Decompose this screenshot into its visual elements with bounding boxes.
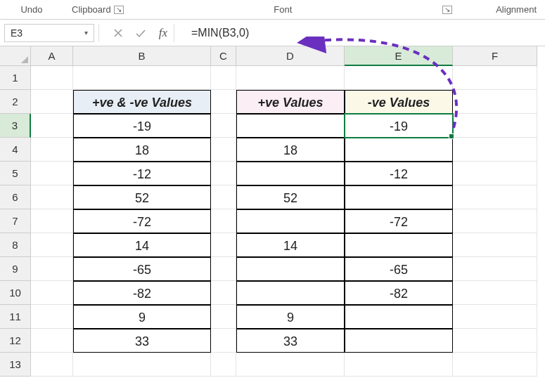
cell[interactable]	[211, 138, 236, 162]
cell[interactable]	[453, 353, 537, 377]
header-positive[interactable]: +ve Values	[236, 90, 345, 114]
row-header[interactable]: 7	[0, 209, 31, 233]
cell[interactable]	[345, 305, 453, 329]
ribbon-font[interactable]: Font	[132, 4, 434, 15]
cell[interactable]	[211, 233, 236, 257]
cell[interactable]: -82	[73, 281, 211, 305]
cell[interactable]	[73, 353, 211, 377]
row-header[interactable]: 4	[0, 138, 31, 162]
cell[interactable]	[31, 138, 73, 162]
ribbon-clipboard[interactable]: Clipboard ↘	[63, 4, 132, 15]
cell[interactable]: -12	[345, 162, 453, 185]
cell[interactable]	[236, 162, 345, 185]
cell[interactable]: -19	[73, 114, 211, 138]
col-header-d[interactable]: D	[236, 46, 345, 66]
cell[interactable]	[453, 233, 537, 257]
name-box[interactable]: E3 ▾	[4, 24, 94, 42]
cell[interactable]: -82	[345, 281, 453, 305]
cell[interactable]	[31, 329, 73, 353]
cell[interactable]	[453, 66, 537, 90]
row-header[interactable]: 6	[0, 185, 31, 209]
row-header[interactable]: 12	[0, 329, 31, 353]
cell[interactable]	[345, 66, 453, 90]
dialog-launcher-icon[interactable]: ↘	[114, 6, 124, 14]
cell[interactable]	[236, 257, 345, 281]
col-header-a[interactable]: A	[31, 46, 73, 66]
cell[interactable]	[31, 162, 73, 185]
cell[interactable]	[453, 138, 537, 162]
col-header-b[interactable]: B	[73, 46, 211, 66]
cell[interactable]	[31, 257, 73, 281]
cell[interactable]	[31, 281, 73, 305]
cell[interactable]	[236, 114, 345, 138]
cell[interactable]	[211, 114, 236, 138]
row-header[interactable]: 1	[0, 66, 31, 90]
ribbon-undo[interactable]: Undo	[0, 4, 63, 15]
enter-icon[interactable]	[134, 28, 147, 38]
header-negative[interactable]: -ve Values	[345, 90, 453, 114]
cell[interactable]	[31, 90, 73, 114]
cell[interactable]	[453, 305, 537, 329]
cell[interactable]	[31, 185, 73, 209]
row-header[interactable]: 8	[0, 233, 31, 257]
cell[interactable]: 9	[236, 305, 345, 329]
cell[interactable]	[453, 209, 537, 233]
ribbon-alignment[interactable]: Alignment	[461, 4, 545, 15]
row-header[interactable]: 2	[0, 90, 31, 114]
row-header[interactable]: 3	[0, 114, 31, 138]
cell-selected[interactable]: -19	[345, 114, 453, 138]
cell[interactable]	[236, 209, 345, 233]
cell[interactable]	[31, 114, 73, 138]
cell[interactable]	[236, 281, 345, 305]
cell[interactable]	[453, 185, 537, 209]
row-header[interactable]: 9	[0, 257, 31, 281]
cell[interactable]	[211, 90, 236, 114]
cell[interactable]	[236, 66, 345, 90]
cell[interactable]	[211, 353, 236, 377]
cell[interactable]	[236, 353, 345, 377]
cell[interactable]	[453, 114, 537, 138]
row-header[interactable]: 11	[0, 305, 31, 329]
cell[interactable]: 18	[236, 138, 345, 162]
col-header-f[interactable]: F	[453, 46, 537, 66]
cell[interactable]	[73, 66, 211, 90]
row-header[interactable]: 5	[0, 162, 31, 185]
cell[interactable]: 33	[236, 329, 345, 353]
formula-input[interactable]	[191, 24, 541, 42]
cell[interactable]	[453, 162, 537, 185]
cell[interactable]: -65	[345, 257, 453, 281]
cancel-icon[interactable]	[112, 28, 124, 38]
cell[interactable]	[345, 233, 453, 257]
cell[interactable]	[211, 66, 236, 90]
cell[interactable]	[211, 329, 236, 353]
col-header-c[interactable]: C	[211, 46, 236, 66]
cell[interactable]	[211, 209, 236, 233]
dialog-launcher-icon[interactable]: ↘	[442, 6, 452, 14]
cell[interactable]	[453, 90, 537, 114]
col-header-e[interactable]: E	[345, 46, 453, 66]
cell[interactable]	[211, 305, 236, 329]
cell[interactable]: 18	[73, 138, 211, 162]
cell[interactable]	[31, 233, 73, 257]
cell[interactable]: 52	[236, 185, 345, 209]
cell[interactable]	[211, 185, 236, 209]
cell[interactable]: 52	[73, 185, 211, 209]
row-header[interactable]: 13	[0, 353, 31, 377]
cell[interactable]	[211, 281, 236, 305]
cell[interactable]: 9	[73, 305, 211, 329]
cell[interactable]	[211, 162, 236, 185]
cell[interactable]	[345, 185, 453, 209]
cell[interactable]: -72	[73, 209, 211, 233]
cell[interactable]: 14	[73, 233, 211, 257]
cell[interactable]	[31, 353, 73, 377]
cell[interactable]: -72	[345, 209, 453, 233]
fx-icon[interactable]: fx	[157, 26, 169, 40]
cell[interactable]: 14	[236, 233, 345, 257]
cell[interactable]	[31, 66, 73, 90]
ribbon-font-launcher[interactable]: ↘	[434, 6, 461, 14]
cell[interactable]	[453, 329, 537, 353]
chevron-down-icon[interactable]: ▾	[84, 29, 88, 37]
cell[interactable]	[345, 353, 453, 377]
cell[interactable]	[453, 281, 537, 305]
cell[interactable]: 33	[73, 329, 211, 353]
